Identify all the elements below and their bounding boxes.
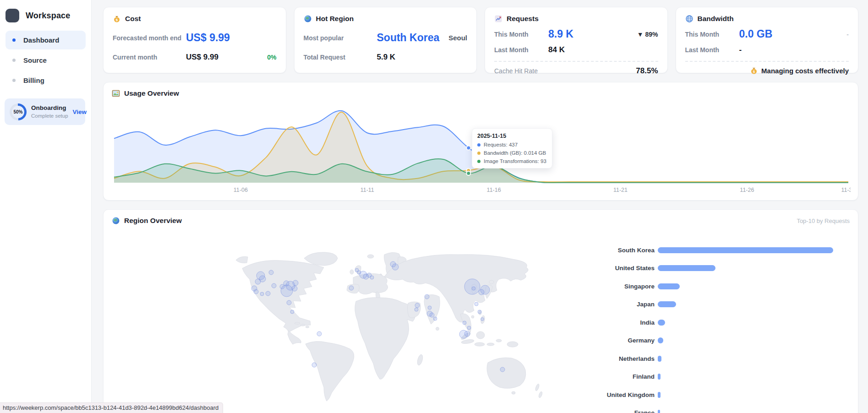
region-bar-label: United States	[554, 265, 655, 272]
map-bubble	[467, 326, 471, 330]
sidebar-item-source[interactable]: Source	[5, 51, 86, 70]
requests-trend-badge: ▼ 89%	[637, 31, 658, 38]
region-bar-row: Singapore	[554, 282, 852, 291]
sidebar-item-dashboard[interactable]: Dashboard	[5, 31, 86, 49]
topn-hint: Top-10 by Requests	[797, 217, 850, 224]
map-bubble	[349, 286, 354, 290]
x-axis-tick: 11-26	[740, 187, 754, 193]
onboarding-progress-value: 50%	[12, 106, 24, 118]
card-divider	[685, 61, 849, 62]
region-bar-label: Singapore	[554, 283, 655, 290]
current-month-value: US$ 9.99	[186, 53, 218, 62]
svg-text:$: $	[753, 70, 755, 74]
row-label: This Month	[685, 31, 739, 38]
globe-meridians-icon	[685, 15, 693, 23]
onboarding-texts: Onboarding Complete setup	[31, 105, 68, 119]
map-bubble	[260, 292, 264, 296]
map-bubble	[425, 294, 429, 299]
region-bar[interactable]	[658, 301, 676, 307]
x-axis-tick: 11-21	[613, 187, 628, 193]
nav-dot-icon	[12, 79, 16, 82]
popular-region-value: South Korea	[377, 32, 440, 44]
sidebar-nav: Dashboard Source Billing	[0, 29, 91, 93]
cost-change-badge: 0%	[267, 54, 276, 61]
series-dot-icon	[477, 160, 480, 163]
cache-hit-label: Cache Hit Rate	[494, 67, 538, 75]
onboarding-card[interactable]: 50% Onboarding Complete setup View	[5, 98, 85, 125]
row-label: Last Month	[494, 46, 548, 54]
hover-marker-icon	[466, 171, 470, 175]
region-bar-row: India	[554, 318, 852, 327]
requests-this-month-value: 8.9 K	[548, 28, 573, 40]
chart-tooltip: 2025-11-15 Requests: 437 Bandwidth (GB):…	[472, 128, 552, 168]
row-label: Forecasted month end	[113, 34, 186, 42]
map-bubble	[433, 317, 437, 321]
panel-title: Region Overview	[124, 217, 182, 225]
region-bar-row: France	[554, 408, 852, 413]
region-bar[interactable]	[658, 337, 663, 343]
row-label: This Month	[494, 31, 548, 38]
sidebar-item-billing[interactable]: Billing	[5, 71, 86, 90]
bandwidth-this-month-value: 0.0 GB	[739, 28, 773, 40]
workspace-header[interactable]: Workspace	[0, 0, 91, 29]
picture-icon	[112, 89, 120, 98]
region-bar-chart: South KoreaUnited StatesSingaporeJapanIn…	[554, 245, 852, 413]
x-axis-tick: 11-30	[841, 187, 851, 193]
requests-last-month-value: 84 K	[548, 45, 565, 54]
usage-overview-panel: Usage Overview 11-0611-1111-1611-2111-26…	[103, 82, 858, 201]
region-bar[interactable]	[658, 392, 661, 398]
region-bar-label: Finland	[554, 373, 655, 380]
region-bar[interactable]	[658, 265, 715, 271]
map-bubble	[459, 330, 468, 338]
money-bag-icon: $	[750, 66, 758, 75]
card-title: Requests	[507, 15, 539, 23]
region-bar[interactable]	[658, 356, 661, 362]
series-dot-icon	[477, 143, 480, 147]
region-bar-row: Japan	[554, 300, 852, 309]
tooltip-row-label: Bandwidth (GB): 0.014 GB	[484, 150, 546, 156]
world-map	[233, 250, 546, 406]
map-bubble	[269, 270, 273, 275]
forecast-value: US$ 9.99	[186, 32, 230, 44]
row-label: Current month	[113, 54, 186, 61]
total-request-value: 5.9 K	[377, 53, 396, 62]
region-bar[interactable]	[658, 247, 833, 253]
map-bubble	[475, 302, 478, 306]
region-bar[interactable]	[658, 283, 680, 289]
map-bubble	[481, 318, 484, 321]
nav-dot-icon	[12, 59, 16, 62]
region-bar-label: India	[554, 319, 655, 326]
requests-card: Requests This Month 8.9 K ▼ 89% Last Mon…	[485, 7, 668, 73]
tooltip-row: Bandwidth (GB): 0.014 GB	[477, 150, 547, 156]
map-bubble	[478, 310, 481, 314]
popular-city: Seoul	[448, 34, 467, 42]
stat-cards-row: $ Cost Forecasted month end US$ 9.99 Cur…	[103, 7, 858, 73]
onboarding-subtitle: Complete setup	[31, 113, 68, 119]
onboarding-view-link[interactable]: View	[73, 109, 87, 115]
hover-marker-icon	[466, 146, 470, 150]
region-bar-row: United States	[554, 264, 852, 273]
sidebar-item-label: Dashboard	[23, 36, 59, 44]
map-bubble	[272, 283, 276, 288]
region-bar-row: Finland	[554, 372, 852, 381]
workspace-name: Workspace	[26, 11, 71, 21]
map-bubble	[392, 264, 399, 270]
region-bar[interactable]	[658, 320, 665, 326]
map-bubble	[317, 331, 322, 336]
map-bubble	[415, 308, 418, 311]
region-bar[interactable]	[658, 410, 660, 413]
map-bubble	[370, 276, 374, 279]
row-label: Last Month	[685, 46, 739, 54]
map-bubble	[415, 303, 420, 308]
card-title: Cost	[125, 15, 141, 23]
row-label: Total Request	[304, 54, 377, 61]
money-bag-icon: $	[113, 15, 121, 23]
svg-text:$: $	[116, 18, 118, 22]
dashboard-screen: Workspace Dashboard Source Billing 50% O…	[0, 0, 868, 413]
onboarding-progress-ring: 50%	[10, 103, 27, 120]
region-bar[interactable]	[658, 374, 661, 380]
region-overview-panel: Region Overview Top-10 by Requests	[103, 209, 858, 413]
region-bar-label: United Kingdom	[554, 391, 655, 398]
region-bar-row: South Korea	[554, 245, 852, 255]
tooltip-row: Requests: 437	[477, 142, 547, 147]
